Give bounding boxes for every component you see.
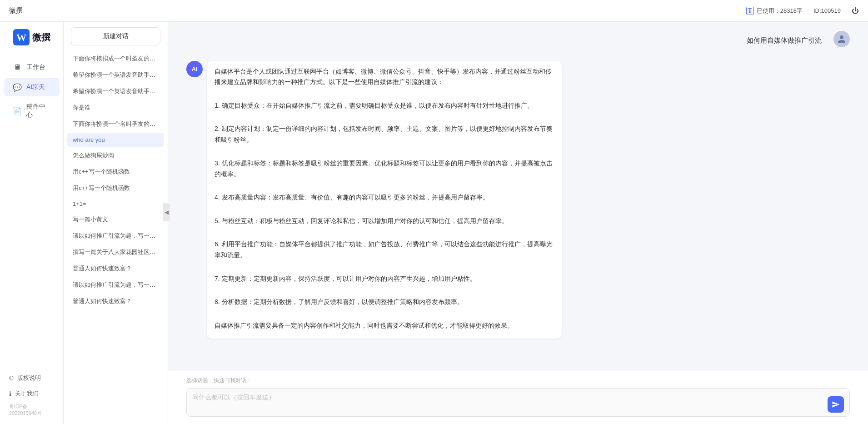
sidebar-item-workspace[interactable]: 🖥 工作台 (4, 58, 60, 76)
ai-chat-icon: 💬 (13, 83, 22, 92)
about-icon: ℹ (9, 390, 11, 397)
chat-history-item[interactable]: 你是谁 (67, 100, 164, 115)
copyright-icon: © (9, 375, 14, 382)
chat-history-item[interactable]: 下面你将扮演一个名叫圣友的医生 (67, 116, 164, 132)
chat-history-item[interactable]: 下面你将模拟成一个叫圣友的程序员，我说... (67, 51, 164, 66)
chat-main: 如何用自媒体做推广引流AI自媒体平台是个人或团队通过互联网平台（如博客、微博、微… (168, 22, 868, 424)
sidebar-item-workspace-label: 工作台 (26, 63, 45, 71)
chat-history-list: 下面你将模拟成一个叫圣友的程序员，我说...希望你扮演一个英语发音助手，我提供给… (64, 51, 168, 424)
sidebar-item-ai-chat[interactable]: 💬 AI聊天 (4, 78, 60, 96)
message-bubble: 如何用自媒体做推广引流 (739, 31, 829, 52)
topbar-right: T 已使用：28318字 ID:100519 ⏻ (746, 7, 859, 15)
topbar-title: 微撰 (9, 6, 746, 15)
topbar-id: ID:100519 (813, 7, 841, 14)
chat-input[interactable] (192, 392, 824, 413)
topbar: 微撰 T 已使用：28318字 ID:100519 ⏻ (0, 0, 868, 22)
chat-history-item[interactable]: 用c++写一个随机函数 (67, 180, 164, 196)
brand: W 微撰 (13, 29, 50, 45)
chat-history-item[interactable]: 希望你扮演一个英语发音助手，我提供给你... (67, 67, 164, 83)
chat-history-item[interactable]: 请以如何推广引流为题，写一篇大纲 (67, 228, 164, 244)
send-button[interactable] (828, 396, 844, 413)
chat-history-item[interactable]: 写一篇小黄文 (67, 212, 164, 227)
chat-input-area: 选择话题，快速与我对话： (168, 371, 868, 424)
main-layout: W 微撰 🖥 工作台 💬 AI聊天 📄 稿件中心 © 版权说明 (0, 22, 868, 424)
chat-history-item[interactable]: who are you (67, 133, 164, 147)
sidebar-item-drafts[interactable]: 📄 稿件中心 (4, 98, 60, 124)
logout-icon[interactable]: ⏻ (852, 7, 859, 15)
input-wrapper (186, 388, 850, 417)
chat-history-item[interactable]: 撰写一篇关于八大家花园社区一刻钟便民生... (67, 244, 164, 260)
usage-text: 已使用：28318字 (757, 7, 803, 15)
chat-history-item[interactable]: 普通人如何快速致富？ (67, 261, 164, 276)
icp-text: 粤ICP备2022015948号 (0, 401, 63, 419)
sidebar-item-ai-chat-label: AI聊天 (26, 83, 45, 91)
avatar-user (833, 31, 850, 47)
sidebar-bottom: © 版权说明 ℹ 关于我们 粤ICP备2022015948号 (0, 370, 63, 424)
collapse-toggle[interactable]: ◀ (163, 203, 170, 221)
sidebar-chat: 新建对话 下面你将模拟成一个叫圣友的程序员，我说...希望你扮演一个英语发音助手… (64, 22, 168, 424)
avatar-ai: AI (186, 61, 203, 77)
sidebar-copyright-label: 版权说明 (17, 374, 41, 382)
usage-icon: T (746, 7, 754, 15)
chat-history-item[interactable]: 希望你扮演一个英语发音助手，我提供给你... (67, 84, 164, 99)
sidebar-left: W 微撰 🖥 工作台 💬 AI聊天 📄 稿件中心 © 版权说明 (0, 22, 64, 424)
message-row-ai: AI自媒体平台是个人或团队通过互联网平台（如博客、微博、微信公众号、抖音、快手等… (186, 61, 850, 339)
workspace-icon: 🖥 (13, 63, 22, 72)
sidebar-item-drafts-label: 稿件中心 (26, 103, 50, 119)
message-row-user: 如何用自媒体做推广引流 (186, 31, 850, 52)
nav-items: 🖥 工作台 💬 AI聊天 📄 稿件中心 (0, 58, 63, 124)
chat-history-item[interactable]: 1+1= (67, 197, 164, 211)
svg-text:W: W (16, 32, 26, 43)
sidebar-item-copyright[interactable]: © 版权说明 (0, 370, 63, 386)
chat-messages: 如何用自媒体做推广引流AI自媒体平台是个人或团队通过互联网平台（如博客、微博、微… (168, 22, 868, 371)
new-chat-button[interactable]: 新建对话 (71, 27, 160, 45)
sidebar-item-about[interactable]: ℹ 关于我们 (0, 386, 63, 401)
chat-history-item[interactable]: 请以如何推广引流为题，写一篇大纲 (67, 277, 164, 293)
topbar-usage: T 已使用：28318字 (746, 7, 803, 15)
message-bubble: 自媒体平台是个人或团队通过互联网平台（如博客、微博、微信公众号、抖音、快手等）发… (207, 61, 562, 339)
drafts-icon: 📄 (13, 106, 22, 115)
chat-history-item[interactable]: 怎么做狗屎炒肉 (67, 148, 164, 163)
sidebar-about-label: 关于我们 (15, 389, 39, 398)
chat-history-item[interactable]: 用c++写一个随机函数 (67, 164, 164, 180)
chat-history-item[interactable]: 普通人如何快速致富？ (67, 294, 164, 309)
brand-name: 微撰 (32, 31, 50, 44)
send-icon (832, 400, 840, 409)
brand-logo-icon: W (13, 29, 30, 45)
quick-topics-label: 选择话题，快速与我对话： (186, 377, 850, 384)
